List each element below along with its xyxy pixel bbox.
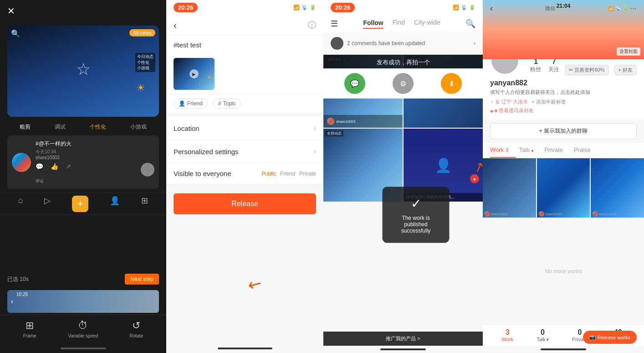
timeline-time: 10:25 [16, 292, 28, 297]
chevron-right-icon-2: › [314, 147, 316, 156]
info-icon[interactable]: ⓘ [308, 20, 316, 31]
work-bg-1 [483, 158, 536, 218]
comment-icon[interactable]: 💬 [36, 163, 43, 176]
signal-icon-3: 📶 [453, 5, 459, 10]
tab-city[interactable]: City-wide [414, 19, 440, 29]
feed-nav: ☰ Follow Find City-wide 🔍 [323, 15, 483, 32]
complete-profile-button[interactable]: ✏ 完善资料60% [565, 65, 608, 75]
more-icon[interactable]: ··· [630, 4, 637, 13]
comments-banner[interactable]: 2 comments have been updated › [323, 32, 483, 55]
add-friend-button[interactable]: + 好友 [614, 65, 637, 75]
home-icon[interactable]: ⌂ [18, 196, 23, 212]
age-tag[interactable]: + 添加年龄标签 [532, 99, 566, 105]
frame-tool[interactable]: ⊞ Frame [23, 320, 36, 338]
frame-icon: ⊞ [26, 320, 34, 332]
status-bar-4: 📶 📡 🔋 ··· [608, 4, 637, 13]
group-button[interactable]: + 展示我加入的群聊 [490, 123, 637, 139]
comments-text: 2 comments have been updated [347, 40, 425, 47]
friend-badge[interactable]: 👤 Friend [174, 99, 208, 109]
panel-2: 20:26 📶 📡 🔋 ‹ ⓘ #test test ☆ ☀ ▶ [166, 0, 323, 353]
release-works-button[interactable]: 📷 Release works [583, 331, 637, 344]
work-cell-3[interactable]: share10003 [591, 158, 644, 218]
grid-icon[interactable]: ⊞ [141, 196, 148, 212]
download-btn[interactable]: ⬇ [441, 73, 462, 94]
next-step-button[interactable]: Next step [125, 274, 159, 285]
timeline-arrow: ‹ [11, 297, 13, 306]
like-icon[interactable]: 👍 [51, 163, 58, 176]
battery-icon-3: 🔋 [469, 5, 475, 10]
play-btn[interactable]: ▶ [189, 69, 199, 78]
work-cell-1[interactable]: share10003 [483, 158, 536, 218]
create-button[interactable]: + [72, 196, 88, 212]
tab-praise[interactable]: Praise [574, 143, 598, 158]
mini-avatar-1 [327, 118, 334, 125]
home-indicator-3 [380, 348, 426, 350]
status-icons: 📶 📡 🔋 [293, 5, 316, 10]
contacts-tag[interactable]: ♣ ♣ 查看通讯录好友 [490, 107, 637, 114]
search-icon[interactable]: 🔍 [11, 29, 20, 38]
editor-footer: 已选 10s Next step ‹ 10:25 ⊞ Frame ⏱ Varia… [0, 270, 166, 353]
stat-talk[interactable]: 0 Talk ● [537, 328, 548, 342]
tab-talk[interactable]: Talk ● [519, 143, 541, 158]
private-option[interactable]: Private [299, 171, 316, 177]
mini-avatar-w3 [593, 211, 598, 217]
public-option[interactable]: Public [261, 171, 276, 177]
battery-icon: 🔋 [310, 5, 316, 10]
release-button[interactable]: Release [174, 193, 316, 214]
personalized-item[interactable]: Personalized settings › [166, 140, 323, 163]
profile-back-button[interactable]: ‹ [490, 4, 493, 13]
tab-follow[interactable]: Follow [363, 19, 383, 29]
selected-duration: 已选 10s [7, 275, 29, 283]
topic-badge[interactable]: # Topic [213, 99, 241, 109]
card-user: share10003 [36, 155, 154, 160]
promo-banner[interactable]: 推广我的产品 > [323, 332, 483, 346]
settings-btn[interactable]: ⚙ [393, 73, 414, 94]
close-button[interactable]: ✕ [7, 5, 15, 16]
followers-stat[interactable]: 1 粉丝 [530, 57, 541, 73]
status-time-3: 20:26 [331, 3, 355, 12]
feed-search-icon[interactable]: 🔍 [465, 19, 475, 29]
stat-work[interactable]: 3 Work [502, 328, 513, 342]
wifi-icon: 📡 [302, 5, 308, 10]
visibility-options: Public Friend Private [261, 171, 316, 177]
tab-work[interactable]: Work 3 [490, 143, 516, 158]
following-stat[interactable]: 7 关注 [548, 57, 559, 73]
rotate-tool[interactable]: ↺ Rotate [130, 320, 143, 338]
location-tag[interactable]: ♀ 女 辽宁 大连市 [490, 99, 528, 105]
work-user-1: share10003 [485, 211, 508, 217]
hamburger-icon[interactable]: ☰ [331, 19, 338, 29]
personalized-label: Personalized settings [174, 148, 239, 156]
work-user-2: share10003 [539, 211, 562, 217]
share-icon[interactable]: ↗ [66, 163, 71, 176]
back-button[interactable]: ‹ [174, 20, 177, 31]
profile-time: 21:04 [557, 3, 571, 9]
tab-find[interactable]: Find [393, 19, 405, 29]
wechat-share-btn[interactable]: 💬 [344, 73, 365, 94]
status-icons-3: 📶 📡 🔋 [453, 5, 475, 10]
live-indicator: ● [470, 174, 479, 183]
banner-content: 2 comments have been updated [331, 37, 425, 50]
speed-tool[interactable]: ⏱ Variable speed [68, 320, 98, 338]
banner-arrow: › [474, 40, 475, 47]
friend-option[interactable]: Friend [280, 171, 296, 177]
speed-label: Variable speed [68, 333, 98, 338]
tab-private[interactable]: Private [544, 143, 570, 158]
timeline[interactable]: ‹ 10:25 [7, 290, 159, 313]
card-title: #@不一样的火 [36, 140, 154, 148]
video-card: #@不一样的火 今天10:34 share10003 💬 👍 ↗ 评论 [7, 135, 159, 189]
complete-profile-label: 完善资料60% [574, 67, 604, 73]
publish-success-banner: 发布成功，再拍一个 [323, 55, 483, 70]
hash-icon: # [218, 100, 221, 107]
signal-icon: 📶 [293, 5, 300, 10]
bio[interactable]: 填写个人介绍更容易获得关注，点击此处添加 [490, 89, 637, 96]
play-icon[interactable]: ▷ [44, 196, 51, 212]
all-news-badge[interactable]: All news [129, 29, 155, 36]
timeline-track [7, 290, 159, 313]
set-cover-button[interactable]: 设置封面 [617, 47, 640, 56]
no-more-works: No more works [483, 261, 644, 324]
video-thumb [141, 163, 154, 176]
location-item[interactable]: Location › [166, 117, 323, 140]
person-icon[interactable]: 👤 [110, 196, 120, 212]
work-cell-2[interactable]: share10003 [537, 158, 590, 218]
commenter-avatar [331, 37, 343, 50]
